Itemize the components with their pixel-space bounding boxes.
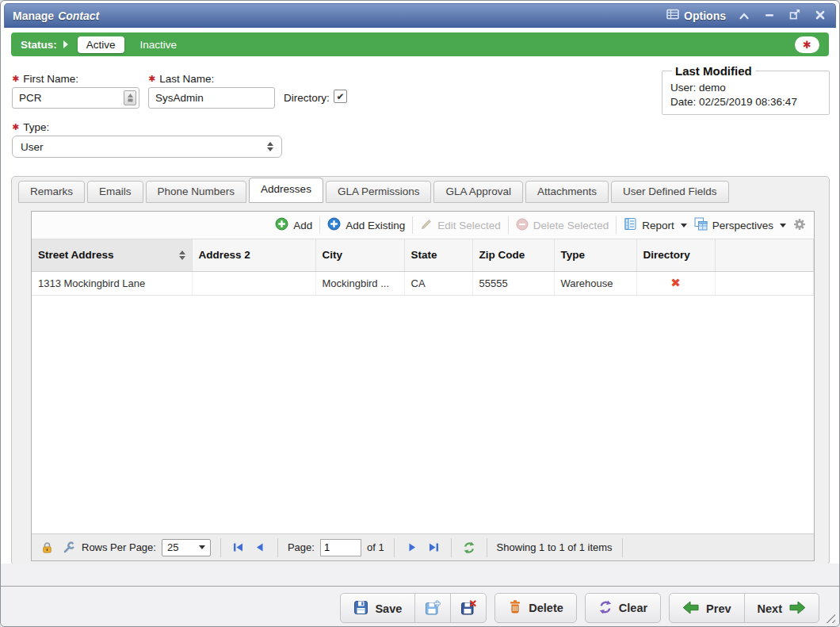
column-header-street-address[interactable]: Street Address (32, 239, 192, 271)
table-header-row: Street Address Address 2 City State Zip … (32, 239, 814, 271)
first-name-input[interactable] (12, 87, 139, 109)
pagination-separator (487, 538, 487, 557)
grid-settings-button[interactable] (793, 218, 806, 233)
rows-per-page-label: Rows Per Page: (82, 541, 156, 553)
page-label: Page: (288, 541, 315, 553)
tab-gla-permissions[interactable]: GLA Permissions (326, 181, 432, 203)
options-button[interactable]: Options (666, 9, 726, 22)
required-asterisk-icon: ✱ (148, 74, 155, 84)
last-modified-date: Date: 02/25/2019 08:36:47 (670, 96, 821, 108)
add-plus-icon (275, 217, 288, 233)
last-modified-user: User: demo (670, 82, 821, 94)
pagination-separator (451, 538, 452, 557)
status-arrow-icon (63, 40, 68, 48)
resize-handle[interactable] (825, 613, 835, 623)
tab-user-defined-fields[interactable]: User Defined Fields (611, 181, 729, 203)
next-page-button[interactable] (404, 540, 420, 556)
edit-selected-button[interactable]: Edit Selected (420, 218, 501, 233)
save-and-close-button[interactable] (451, 594, 486, 623)
autofill-icon[interactable] (124, 90, 136, 105)
add-button[interactable]: Add (275, 217, 312, 233)
refresh-icon[interactable] (461, 540, 477, 556)
window-titlebar: ManageContact Options (4, 3, 836, 28)
gear-icon (793, 218, 806, 233)
last-name-label: ✱ Last Name: (148, 73, 214, 85)
arrow-right-icon (788, 600, 806, 617)
column-header-state[interactable]: State (404, 239, 472, 271)
options-grid-icon (666, 9, 679, 22)
window-title: ManageContact (13, 10, 99, 22)
pagination-separator (220, 538, 221, 557)
status-active-button[interactable]: Active (78, 36, 124, 53)
table-row[interactable]: 1313 Mockingbird Lane Mockingbird ... CA… (32, 271, 814, 295)
toolbar-separator (319, 216, 320, 234)
report-button[interactable]: Report (624, 217, 687, 233)
manage-contact-window: ManageContact Options (0, 0, 840, 627)
chevron-down-icon (681, 224, 687, 227)
column-header-address2[interactable]: Address 2 (192, 239, 315, 271)
showing-items-label: Showing 1 to 1 of 1 items (497, 541, 613, 553)
prev-button[interactable]: Prev (670, 594, 744, 623)
save-and-new-button[interactable] (415, 594, 451, 623)
clear-button[interactable]: Clear (585, 593, 661, 623)
close-button[interactable] (813, 9, 827, 23)
chevron-up-icon (739, 9, 749, 23)
perspectives-button[interactable]: Perspectives (694, 217, 786, 233)
collapse-button[interactable] (737, 9, 751, 23)
save-x-floppy-icon (460, 600, 476, 618)
popout-button[interactable] (788, 9, 802, 23)
page-input[interactable] (320, 539, 361, 556)
save-floppy-icon (353, 600, 368, 617)
last-name-input[interactable] (148, 87, 275, 109)
next-button[interactable]: Next (745, 594, 819, 623)
window-title-emphasis: Contact (58, 10, 99, 22)
add-existing-button[interactable]: Add Existing (327, 217, 405, 233)
sort-icon (179, 250, 185, 260)
pagination-separator (394, 538, 395, 557)
cell-city: Mockingbird ... (315, 271, 404, 295)
minimize-icon (765, 9, 774, 23)
tab-remarks[interactable]: Remarks (18, 181, 85, 203)
last-modified-box: Last Modified User: demo Date: 02/25/201… (662, 64, 830, 115)
required-legend-button[interactable]: ✱ (795, 36, 819, 53)
wrench-icon[interactable] (60, 540, 76, 556)
directory-label: Directory: (284, 92, 330, 104)
lock-icon[interactable] (39, 540, 55, 556)
select-updown-icon (267, 142, 273, 151)
grid-toolbar: Add Add Existing Edit Selected (32, 212, 814, 239)
column-header-type[interactable]: Type (554, 239, 636, 271)
pagination-separator (277, 538, 278, 557)
chevron-down-icon (199, 545, 205, 549)
footer-bar: Save Delete (1, 564, 839, 626)
directory-checkbox[interactable]: ✔ (334, 90, 347, 103)
type-select[interactable]: User (12, 136, 282, 158)
column-header-zip-code[interactable]: Zip Code (472, 239, 554, 271)
delete-button[interactable]: Delete (494, 593, 577, 623)
cell-street-address: 1313 Mockingbird Lane (32, 271, 192, 295)
first-page-button[interactable] (231, 540, 246, 556)
grid-empty-area (32, 296, 814, 534)
cell-directory: ✖ (636, 271, 715, 295)
status-bar: Status: Active Inactive ✱ (11, 32, 829, 56)
required-asterisk-icon: ✱ (803, 39, 811, 51)
save-button-group: Save (340, 593, 487, 623)
prev-next-button-group: Prev Next (669, 593, 819, 623)
column-header-city[interactable]: City (315, 239, 404, 271)
first-name-label: ✱ First Name: (12, 73, 78, 85)
minimize-button[interactable] (762, 9, 777, 23)
tab-gla-approval[interactable]: GLA Approval (433, 181, 523, 203)
rows-per-page-select[interactable]: 25 (162, 539, 211, 556)
save-button[interactable]: Save (341, 594, 415, 623)
type-select-value: User (21, 141, 44, 153)
tab-attachments[interactable]: Attachments (525, 181, 609, 203)
tab-emails[interactable]: Emails (87, 181, 143, 203)
last-page-button[interactable] (426, 540, 441, 556)
check-icon: ✔ (336, 91, 344, 102)
delete-selected-button[interactable]: Delete Selected (516, 218, 609, 233)
tab-addresses[interactable]: Addresses (249, 178, 323, 203)
column-header-directory[interactable]: Directory (636, 239, 715, 271)
cell-state: CA (404, 271, 472, 295)
tab-phone-numbers[interactable]: Phone Numbers (146, 181, 247, 203)
prev-page-button[interactable] (252, 540, 268, 556)
status-inactive-button[interactable]: Inactive (140, 39, 178, 51)
